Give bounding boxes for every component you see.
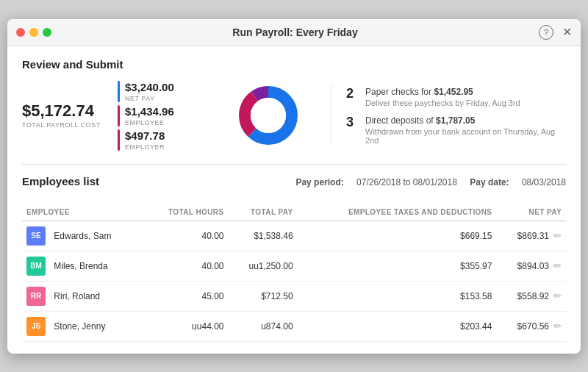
col-hours: TOTAL HOURS: [144, 205, 228, 221]
edit-icon[interactable]: ✏: [553, 321, 562, 332]
payroll-window: Run Payroll: Every Friday ? ✕ Review and…: [7, 19, 581, 354]
employee-cell: JS Stone, Jenny: [22, 311, 144, 341]
edit-icon[interactable]: ✏: [553, 290, 562, 301]
net-pay-amount: $3,240.00: [125, 81, 174, 94]
hours-cell: 45.00: [144, 281, 228, 311]
paper-checks-text: Paper checks for $1,452.95: [365, 86, 520, 99]
employee-name: Miles, Brenda: [54, 261, 107, 271]
paper-checks-count: 2: [346, 86, 359, 101]
total-pay-cell: $712.50: [229, 281, 298, 311]
net-pay-value: $670.56: [517, 321, 549, 332]
table-row: RR Riri, Roland 45.00 $712.50 $153.58 $5…: [22, 281, 566, 311]
col-net-pay: NET PAY: [496, 205, 566, 221]
main-content: Review and Submit $5,172.74 TOTAL PAYROL…: [7, 46, 581, 354]
employees-section-title: Employees list: [22, 175, 99, 187]
hours-cell: uu44.00: [144, 311, 228, 341]
total-cost-label: TOTAL PAYROLL COST: [22, 121, 110, 129]
avatar: SE: [26, 226, 46, 246]
employee-label: EMPLOYEE: [125, 119, 174, 126]
direct-deposit-row: 3 Direct deposits of $1,787.05 Withdrawn…: [346, 115, 566, 145]
employees-table: EMPLOYEE TOTAL HOURS TOTAL PAY EMPLOYEE …: [22, 205, 566, 342]
net-pay-cell: $670.56 ✏: [496, 311, 566, 341]
employee-cell: BM Miles, Brenda: [22, 251, 144, 281]
breakdown-net-pay: $3,240.00 NET PAY: [118, 81, 220, 102]
breakdown-employer: $497.78 EMPLOYER: [118, 129, 220, 151]
close-traffic-light[interactable]: [16, 28, 25, 37]
net-pay-cell: $558.92 ✏: [496, 281, 566, 311]
net-pay-value: $894.03: [517, 261, 549, 271]
paper-checks-amount: $1,452.95: [434, 87, 473, 97]
paper-checks-subtext: Deliver these paychecks by Friday, Aug 3…: [365, 99, 520, 107]
pay-period-label: Pay period: 07/26/2018 to 08/01/2018: [295, 177, 459, 187]
employee-name: Stone, Jenny: [54, 321, 105, 332]
taxes-cell: $669.15: [298, 221, 497, 251]
employee-cell: SE Edwards, Sam: [22, 221, 144, 251]
direct-deposit-label: Direct deposits of: [365, 115, 434, 126]
net-pay-cell: $894.03 ✏: [496, 251, 566, 281]
employer-amount: $497.78: [125, 129, 165, 143]
net-pay-label: NET PAY: [125, 95, 174, 102]
employee-name: Edwards, Sam: [54, 231, 111, 241]
employees-header: Employees list Pay period: 07/26/2018 to…: [22, 175, 566, 198]
hours-cell: 40.00: [144, 221, 228, 251]
window-title: Run Payroll: Every Friday: [232, 26, 357, 38]
svg-point-3: [251, 98, 286, 133]
net-pay-value: $869.31: [517, 231, 549, 241]
title-bar: Run Payroll: Every Friday ? ✕: [7, 19, 581, 46]
pay-period-value: 07/26/2018 to 08/01/2018: [356, 177, 457, 187]
direct-deposit-text: Direct deposits of $1,787.05: [365, 115, 566, 127]
summary-area: $5,172.74 TOTAL PAYROLL COST $3,240.00 N…: [22, 81, 566, 165]
breakdown-list: $3,240.00 NET PAY $1,434.96 EMPLOYEE $49…: [118, 81, 220, 151]
employee-amount: $1,434.96: [125, 105, 174, 118]
total-cost: $5,172.74 TOTAL PAYROLL COST: [22, 102, 110, 129]
net-pay-value: $558.92: [517, 291, 549, 301]
pay-date-value: 08/03/2018: [522, 177, 566, 187]
taxes-cell: $153.58: [298, 281, 497, 311]
direct-deposit-subtext: Withdrawn from your bank account on Thur…: [365, 127, 566, 145]
employee-name: Riri, Roland: [54, 291, 100, 301]
col-employee: EMPLOYEE: [22, 205, 144, 221]
col-taxes: EMPLOYEE TAXES AND DEDUCTIONS: [298, 205, 497, 221]
edit-icon[interactable]: ✏: [553, 260, 562, 271]
employee-cell: RR Riri, Roland: [22, 281, 144, 311]
direct-deposit-amount: $1,787.05: [436, 115, 475, 126]
window-controls: [16, 28, 51, 37]
avatar: BM: [26, 257, 46, 276]
employer-label: EMPLOYER: [125, 143, 165, 151]
table-row: JS Stone, Jenny uu44.00 u874.00 $203.44 …: [22, 311, 566, 341]
total-pay-cell: u874.00: [229, 311, 298, 341]
checks-area: 2 Paper checks for $1,452.95 Deliver the…: [346, 86, 566, 145]
pay-date-label: Pay date: 08/03/2018: [470, 177, 566, 187]
review-section-title: Review and Submit: [22, 58, 566, 71]
title-bar-actions: ? ✕: [539, 25, 572, 40]
avatar: JS: [26, 317, 46, 336]
close-button[interactable]: ✕: [562, 26, 572, 38]
table-row: SE Edwards, Sam 40.00 $1,538.46 $669.15 …: [22, 221, 566, 251]
table-header-row: EMPLOYEE TOTAL HOURS TOTAL PAY EMPLOYEE …: [22, 205, 566, 221]
hours-cell: 40.00: [144, 251, 228, 281]
net-pay-cell: $869.31 ✏: [496, 221, 566, 251]
edit-icon[interactable]: ✏: [553, 230, 562, 241]
col-total-pay: TOTAL PAY: [229, 205, 298, 221]
employees-meta: Pay period: 07/26/2018 to 08/01/2018 Pay…: [285, 177, 566, 187]
help-icon[interactable]: ?: [539, 25, 553, 40]
avatar: RR: [26, 287, 46, 306]
minimize-traffic-light[interactable]: [29, 28, 38, 37]
breakdown-employee: $1,434.96 EMPLOYEE: [118, 105, 220, 126]
direct-deposit-count: 3: [346, 115, 359, 130]
summary-divider: [331, 86, 331, 145]
total-pay-cell: uu1,250.00: [229, 251, 298, 281]
taxes-cell: $355.97: [298, 251, 497, 281]
paper-checks-row: 2 Paper checks for $1,452.95 Deliver the…: [346, 86, 566, 107]
paper-checks-label: Paper checks for: [365, 87, 431, 97]
maximize-traffic-light[interactable]: [43, 28, 51, 37]
donut-chart: [235, 82, 301, 149]
taxes-cell: $203.44: [298, 311, 497, 341]
total-pay-cell: $1,538.46: [229, 221, 298, 251]
table-row: BM Miles, Brenda 40.00 uu1,250.00 $355.9…: [22, 251, 566, 281]
total-cost-amount: $5,172.74: [22, 102, 110, 120]
